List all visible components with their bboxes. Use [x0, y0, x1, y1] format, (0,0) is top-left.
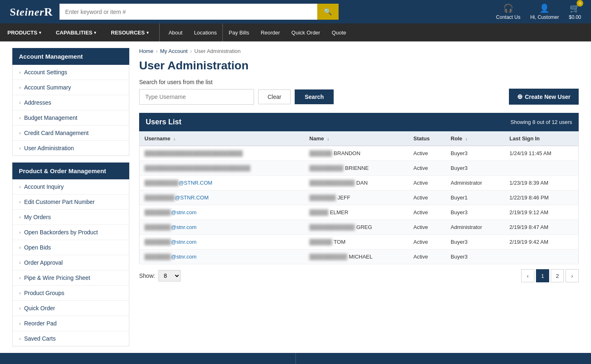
- cell-last-sign-in: [504, 161, 578, 176]
- create-new-user-button[interactable]: ⊕ Create New User: [509, 89, 579, 105]
- sidebar-item-budget-management[interactable]: › Budget Management: [13, 110, 129, 126]
- clear-button[interactable]: Clear: [258, 89, 291, 104]
- table-row[interactable]: ███████@stnr.com██████TOMActiveBuyer32/1…: [140, 235, 579, 250]
- page-1-button[interactable]: 1: [536, 269, 549, 282]
- sort-arrow-icon: ↓: [174, 137, 176, 141]
- sidebar-item-account-summary[interactable]: › Account Summary: [13, 80, 129, 95]
- chevron-down-icon: ▾: [94, 30, 96, 35]
- table-row[interactable]: █████████@STNR.COM████████████DANActiveA…: [140, 176, 579, 190]
- prev-page-button[interactable]: ‹: [521, 269, 534, 282]
- cell-status: Active: [408, 161, 446, 176]
- cell-username: ███████@stnr.com: [140, 235, 305, 250]
- sidebar-item-product-groups[interactable]: › Product Groups: [13, 286, 129, 301]
- nav-pay-bills[interactable]: Pay Bills: [223, 24, 255, 41]
- breadcrumb-current: User Administration: [195, 48, 241, 54]
- sidebar-item-edit-customer-part[interactable]: › Edit Customer Part Number: [13, 195, 129, 210]
- table-row[interactable]: ████████@STNR.COM███████JEFFActiveBuyer1…: [140, 190, 579, 205]
- username-email-link[interactable]: @stnr.com: [171, 209, 196, 215]
- sidebar-item-saved-carts[interactable]: › Saved Carts: [13, 331, 129, 346]
- footer-col1: STEINER ELECTRIC HEADQUARTERS: [0, 353, 296, 364]
- nav-main: PRODUCTS ▾ CAPABILITIES ▾ RESOURCES ▾: [0, 24, 156, 41]
- chevron-right-icon: ›: [19, 70, 21, 75]
- nav-quote[interactable]: Quote: [326, 24, 352, 41]
- cell-last-sign-in: 1/22/19 8:46 PM: [504, 190, 578, 205]
- col-name[interactable]: Name ↓: [305, 131, 408, 146]
- cell-role: Buyer3: [446, 235, 504, 250]
- sidebar-item-pipe-wire[interactable]: › Pipe & Wire Pricing Sheet: [13, 270, 129, 286]
- nav-item-capabilities[interactable]: CAPABILITIES ▾: [48, 24, 103, 41]
- page-title: User Administration: [139, 59, 579, 72]
- breadcrumb-my-account[interactable]: My Account: [160, 48, 188, 54]
- nav-item-products[interactable]: PRODUCTS ▾: [0, 24, 48, 41]
- table-row[interactable]: █████████████████████████████████████BRI…: [140, 161, 579, 176]
- sidebar-item-account-settings[interactable]: › Account Settings: [13, 65, 129, 80]
- sidebar-item-addresses[interactable]: › Addresses: [13, 95, 129, 110]
- username-email-link[interactable]: @stnr.com: [171, 254, 196, 260]
- cell-name: ██████BRANDON: [305, 146, 408, 161]
- nav-item-resources[interactable]: RESOURCES ▾: [103, 24, 156, 41]
- pagination-controls: ‹ 1 2 ›: [521, 269, 579, 282]
- sidebar-item-user-administration[interactable]: › User Administration: [13, 141, 129, 156]
- next-page-button[interactable]: ›: [566, 269, 579, 282]
- cell-last-sign-in: [504, 250, 578, 264]
- nav-locations[interactable]: Locations: [188, 24, 223, 41]
- cell-name: ██████TOM: [305, 235, 408, 250]
- sidebar-item-open-backorders[interactable]: › Open Backorders by Product: [13, 225, 129, 240]
- breadcrumb-home[interactable]: Home: [139, 48, 153, 54]
- order-section-title: Product & Order Management: [12, 163, 129, 179]
- nav-right: About Locations Pay Bills Reorder Quick …: [163, 23, 352, 41]
- per-page-select[interactable]: 8 16 24: [158, 270, 181, 282]
- username-search-input[interactable]: [139, 89, 254, 105]
- sidebar-item-credit-card[interactable]: › Credit Card Management: [13, 126, 129, 141]
- search-bar: 🔍: [60, 4, 339, 20]
- nav-about[interactable]: About: [163, 24, 188, 41]
- sidebar: Account Management › Account Settings › …: [12, 48, 129, 346]
- cell-status: Active: [408, 176, 446, 190]
- page-2-button[interactable]: 2: [551, 269, 564, 282]
- cell-username: ████████████████████████████: [140, 161, 305, 176]
- username-email-link[interactable]: @STNR.COM: [179, 180, 213, 186]
- chevron-right-icon: ›: [19, 199, 21, 204]
- col-role[interactable]: Role ↓: [446, 131, 504, 146]
- customer-account-button[interactable]: 👤 Hi, Customer: [530, 3, 559, 20]
- table-row[interactable]: ███████@stnr.com██████████MICHAELActiveB…: [140, 250, 579, 264]
- logo[interactable]: SteinerR: [10, 5, 53, 18]
- username-email-link[interactable]: @stnr.com: [171, 224, 196, 230]
- nav-quick-order[interactable]: Quick Order: [286, 24, 326, 41]
- cart-button[interactable]: 🛒 0 $0.00: [569, 3, 581, 20]
- header-actions: 🎧 Contact Us 👤 Hi, Customer 🛒 0 $0.00: [496, 3, 581, 20]
- chevron-right-icon: ›: [19, 275, 21, 280]
- table-row[interactable]: ███████@stnr.com█████ELMERActiveBuyer32/…: [140, 205, 579, 220]
- cell-role: Buyer3: [446, 146, 504, 161]
- nav-reorder[interactable]: Reorder: [255, 24, 286, 41]
- col-username[interactable]: Username ↓: [140, 131, 305, 146]
- sidebar-item-order-approval[interactable]: › Order Approval: [13, 255, 129, 270]
- users-list-title: Users List: [146, 118, 181, 126]
- cell-role: Administrator: [446, 176, 504, 190]
- sidebar-item-open-bids[interactable]: › Open Bids: [13, 240, 129, 255]
- username-email-link[interactable]: @STNR.COM: [175, 195, 209, 201]
- cell-status: Active: [408, 250, 446, 264]
- cell-name: ████████████GREG: [305, 220, 408, 235]
- chevron-right-icon: ›: [19, 260, 21, 265]
- sidebar-item-my-orders[interactable]: › My Orders: [13, 210, 129, 225]
- page-content: Account Management › Account Settings › …: [12, 41, 579, 353]
- global-search-button[interactable]: 🔍: [317, 4, 339, 20]
- col-last-sign-in: Last Sign In: [504, 131, 578, 146]
- global-search-input[interactable]: [60, 4, 317, 20]
- breadcrumb: Home › My Account › User Administration: [139, 48, 579, 54]
- cell-last-sign-in: 1/23/19 8:39 AM: [504, 176, 578, 190]
- sidebar-item-account-inquiry[interactable]: › Account Inquiry: [13, 179, 129, 195]
- table-row[interactable]: ████████████████████████████████BRANDONA…: [140, 146, 579, 161]
- search-button[interactable]: Search: [295, 89, 334, 104]
- cell-role: Administrator: [446, 220, 504, 235]
- search-label: Search for users from the list: [139, 79, 579, 85]
- contact-us-button[interactable]: 🎧 Contact Us: [496, 3, 520, 20]
- cell-status: Active: [408, 190, 446, 205]
- sidebar-item-reorder-pad[interactable]: › Reorder Pad: [13, 316, 129, 331]
- username-email-link[interactable]: @stnr.com: [171, 239, 196, 245]
- chevron-right-icon: ›: [19, 100, 21, 105]
- plus-icon: ⊕: [517, 93, 522, 101]
- table-row[interactable]: ███████@stnr.com████████████GREGActiveAd…: [140, 220, 579, 235]
- sidebar-item-quick-order[interactable]: › Quick Order: [13, 301, 129, 316]
